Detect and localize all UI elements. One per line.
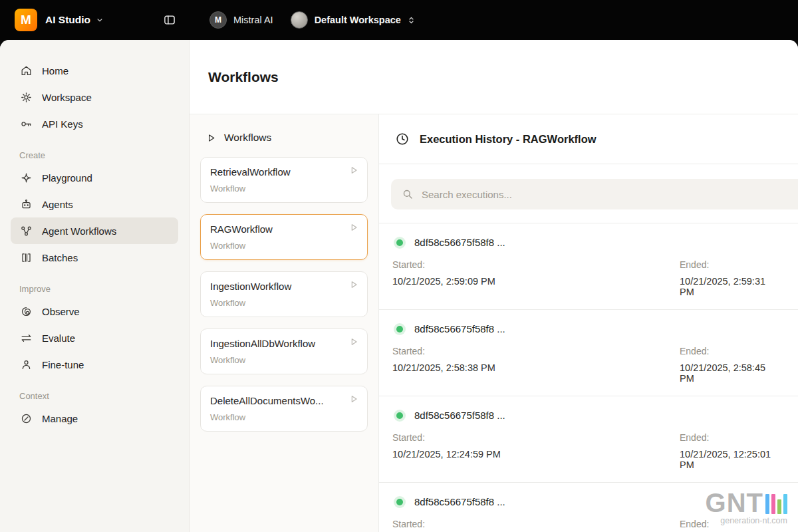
- workflow-card-deletealldocuments[interactable]: DeleteAllDocumentsWo... Workflow: [200, 386, 368, 432]
- play-icon[interactable]: [348, 336, 359, 347]
- sidebar-toggle-icon[interactable]: [163, 13, 176, 27]
- person-icon: [19, 358, 33, 371]
- sidebar: Home Workspace API Keys Create Playgroun…: [0, 40, 190, 532]
- status-dot-success: [396, 239, 403, 246]
- workflow-type: Workflow: [210, 412, 358, 422]
- sidebar-item-label: API Keys: [42, 118, 83, 130]
- play-icon: [205, 132, 217, 144]
- org-avatar-letter: M: [215, 15, 221, 25]
- started-value: 10/21/2025, 2:59:09 PM: [392, 276, 680, 287]
- sidebar-section-create: Create: [19, 150, 178, 160]
- app-name: AI Studio: [45, 14, 90, 26]
- play-icon[interactable]: [348, 394, 359, 404]
- workflow-name: RetrievalWorkflow: [210, 166, 358, 178]
- execution-row[interactable]: 8df58c56675f58f8 ... Started: 10/21/2025…: [379, 483, 798, 532]
- circle-slash-icon: [19, 412, 33, 425]
- execution-history-header: Execution History - RAGWorkflow: [379, 114, 798, 164]
- sidebar-item-label: Agent Workflows: [42, 225, 116, 237]
- workflow-type: Workflow: [210, 184, 358, 194]
- status-dot-success: [396, 326, 403, 332]
- topbar-breadcrumb: M Mistral AI Default Workspace: [190, 11, 798, 29]
- sidebar-item-playground[interactable]: Playground: [11, 164, 178, 191]
- execution-history-title: Execution History - RAGWorkflow: [420, 133, 597, 146]
- workflow-list-header[interactable]: Workflows: [205, 132, 368, 144]
- clock-icon: [395, 132, 410, 146]
- started-label: Started:: [392, 259, 680, 270]
- spiral-icon: [19, 305, 33, 318]
- page-header: Workflows: [190, 40, 798, 114]
- execution-row[interactable]: 8df58c56675f58f8 ... Started: 10/21/2025…: [379, 223, 798, 310]
- workflow-graph-icon: [19, 225, 33, 237]
- sidebar-item-home[interactable]: Home: [11, 57, 178, 84]
- execution-row[interactable]: 8df58c56675f58f8 ... Started: 10/21/2025…: [379, 396, 798, 483]
- sidebar-item-api-keys[interactable]: API Keys: [11, 110, 178, 137]
- workflow-card-ragworkflow[interactable]: RAGWorkflow Workflow: [200, 214, 368, 260]
- started-label: Started:: [392, 519, 680, 529]
- ended-value: 10/21/2025, 12:25:01 PM: [680, 449, 782, 470]
- sidebar-section-improve: Improve: [19, 284, 178, 294]
- sidebar-item-label: Fine-tune: [42, 359, 84, 370]
- workflow-card-ingestionalldbworkflow[interactable]: IngestionAllDbWorkflow Workflow: [200, 329, 368, 374]
- ended-label: Ended:: [680, 519, 782, 529]
- topbar-left: M AI Studio: [0, 9, 190, 31]
- started-value: 10/21/2025, 2:58:38 PM: [392, 362, 680, 373]
- workflow-card-ingestionworkflow[interactable]: IngestionWorkflow Workflow: [200, 271, 368, 317]
- workflow-type: Workflow: [210, 241, 358, 251]
- ended-label: Ended:: [680, 346, 782, 356]
- sidebar-item-label: Playground: [42, 172, 92, 184]
- workspace-avatar[interactable]: [291, 11, 308, 29]
- chevron-down-icon[interactable]: [95, 15, 104, 25]
- sidebar-item-label: Batches: [42, 252, 78, 263]
- search-input[interactable]: [422, 189, 797, 200]
- play-icon[interactable]: [348, 222, 359, 233]
- sidebar-item-batches[interactable]: Batches: [11, 244, 178, 271]
- sparkle-icon: [19, 172, 33, 184]
- org-avatar[interactable]: M: [209, 11, 227, 29]
- status-dot-success: [396, 412, 403, 419]
- execution-id: 8df58c56675f58f8 ...: [414, 237, 505, 248]
- main-area: Workflows Workflows RetrievalWorkflow Wo…: [190, 40, 798, 532]
- workflow-name: IngestionAllDbWorkflow: [210, 338, 358, 349]
- play-icon[interactable]: [348, 165, 359, 176]
- sidebar-item-workspace[interactable]: Workspace: [11, 84, 178, 110]
- workflow-card-retrievalworkflow[interactable]: RetrievalWorkflow Workflow: [200, 157, 368, 203]
- content-shell: Home Workspace API Keys Create Playgroun…: [0, 40, 798, 532]
- chevron-updown-icon[interactable]: [406, 15, 416, 25]
- sidebar-item-label: Evalute: [42, 332, 75, 344]
- ended-label: Ended:: [680, 259, 782, 270]
- execution-id: 8df58c56675f58f8 ...: [414, 410, 505, 421]
- workflow-list-panel: Workflows RetrievalWorkflow Workflow RAG…: [190, 114, 379, 532]
- home-icon: [19, 65, 33, 77]
- sidebar-item-label: Workspace: [42, 92, 92, 103]
- play-icon[interactable]: [348, 279, 359, 290]
- org-name[interactable]: Mistral AI: [233, 15, 273, 25]
- sidebar-item-label: Home: [42, 65, 68, 76]
- sidebar-item-manage[interactable]: Manage: [11, 405, 178, 432]
- robot-icon: [19, 198, 33, 211]
- sidebar-item-agent-workflows[interactable]: Agent Workflows: [11, 217, 178, 244]
- key-icon: [19, 118, 33, 130]
- ended-value: 10/21/2025, 2:58:45 PM: [680, 362, 782, 384]
- compare-arrows-icon: [19, 332, 33, 344]
- logo-letter: M: [21, 13, 31, 27]
- sidebar-item-label: Observe: [42, 306, 80, 317]
- started-label: Started:: [392, 346, 680, 356]
- started-label: Started:: [392, 432, 680, 443]
- mistral-logo[interactable]: M: [15, 9, 37, 31]
- sidebar-item-evalute[interactable]: Evalute: [11, 325, 178, 351]
- sidebar-item-observe[interactable]: Observe: [11, 298, 178, 325]
- workflow-name: IngestionWorkflow: [210, 281, 358, 292]
- search-section: [379, 164, 798, 223]
- execution-row[interactable]: 8df58c56675f58f8 ... Started: 10/21/2025…: [379, 310, 798, 396]
- started-value: 10/21/2025, 12:24:59 PM: [392, 449, 680, 460]
- workflow-name: RAGWorkflow: [210, 223, 358, 235]
- workflow-type: Workflow: [210, 355, 358, 365]
- execution-history-panel: Execution History - RAGWorkflow 8df58c56…: [379, 114, 798, 532]
- search-box[interactable]: [391, 179, 798, 209]
- sidebar-item-fine-tune[interactable]: Fine-tune: [11, 351, 178, 378]
- ended-label: Ended:: [680, 432, 782, 443]
- workspace-name[interactable]: Default Workspace: [315, 15, 401, 25]
- sidebar-item-agents[interactable]: Agents: [11, 191, 178, 217]
- execution-rows: 8df58c56675f58f8 ... Started: 10/21/2025…: [379, 223, 798, 532]
- status-dot-success: [396, 499, 403, 505]
